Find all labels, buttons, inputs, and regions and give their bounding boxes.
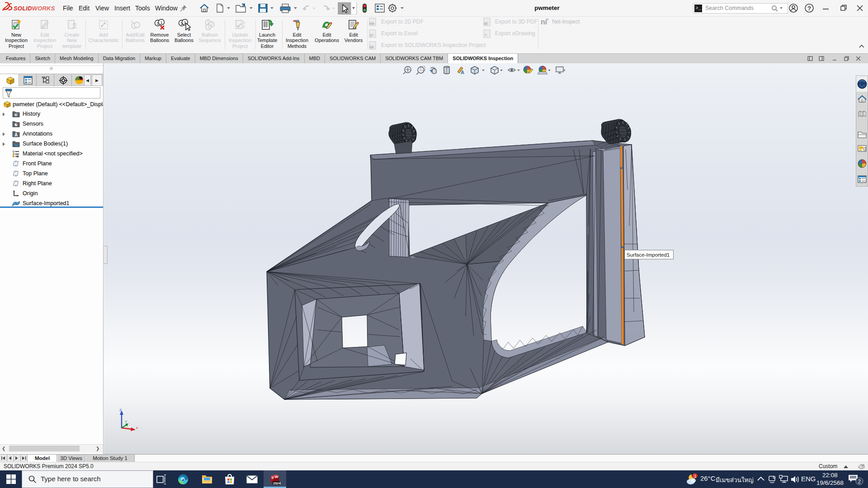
svg-text:A: A bbox=[461, 70, 464, 75]
svg-text:1: 1 bbox=[694, 474, 696, 479]
svg-text:1: 1 bbox=[160, 20, 163, 25]
svg-text:SOLIDWORKS: SOLIDWORKS bbox=[14, 5, 55, 12]
svg-text:2024: 2024 bbox=[273, 481, 281, 485]
svg-text:?: ? bbox=[807, 5, 811, 12]
svg-text:e: e bbox=[485, 33, 487, 37]
svg-text:x: x bbox=[136, 426, 138, 430]
svg-text:S: S bbox=[271, 476, 274, 480]
svg-text:3: 3 bbox=[208, 25, 210, 29]
svg-text:3D: 3D bbox=[484, 23, 487, 25]
svg-text:Surface-Imported1: Surface-Imported1 bbox=[627, 252, 670, 258]
svg-text:SW: SW bbox=[369, 46, 374, 49]
svg-text:ni: ni bbox=[541, 18, 547, 26]
svg-text:X: X bbox=[370, 34, 372, 37]
svg-text:Y: Y bbox=[125, 420, 127, 424]
svg-text:Z: Z bbox=[119, 408, 122, 412]
svg-text:2: 2 bbox=[858, 479, 861, 485]
svg-text:A: A bbox=[14, 132, 18, 137]
svg-text:PDF: PDF bbox=[369, 23, 375, 25]
svg-text:W: W bbox=[275, 475, 278, 479]
